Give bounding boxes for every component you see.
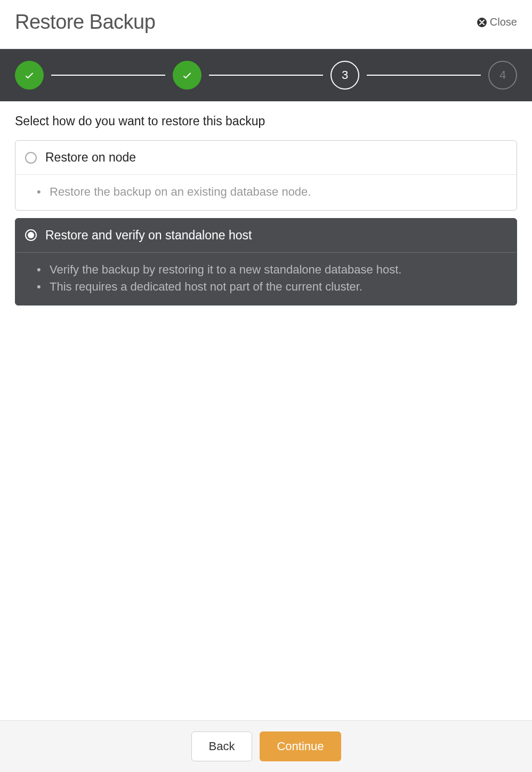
option-detail: This requires a dedicated host not part … bbox=[37, 278, 507, 295]
option-body: Verify the backup by restoring it to a n… bbox=[15, 253, 517, 305]
option-restore-on-node[interactable]: Restore on node Restore the backup on an… bbox=[15, 140, 517, 211]
option-restore-verify-standalone[interactable]: Restore and verify on standalone host Ve… bbox=[15, 218, 517, 305]
step-label: 3 bbox=[342, 68, 348, 82]
dialog-content: Select how do you want to restore this b… bbox=[0, 101, 532, 720]
page-title: Restore Backup bbox=[15, 11, 155, 34]
instruction-text: Select how do you want to restore this b… bbox=[15, 114, 517, 128]
radio-selected-icon[interactable] bbox=[25, 229, 37, 241]
check-icon bbox=[181, 69, 193, 81]
continue-button[interactable]: Continue bbox=[260, 731, 341, 761]
option-title: Restore on node bbox=[45, 150, 136, 165]
back-button[interactable]: Back bbox=[191, 731, 253, 761]
check-icon bbox=[23, 69, 35, 81]
step-connector bbox=[209, 75, 323, 76]
step-1 bbox=[15, 61, 44, 90]
step-3: 3 bbox=[331, 61, 359, 90]
radio-unselected-icon[interactable] bbox=[25, 152, 37, 164]
close-label: Close bbox=[490, 16, 517, 28]
option-header[interactable]: Restore on node bbox=[15, 141, 517, 175]
step-connector bbox=[51, 75, 165, 76]
option-detail: Restore the backup on an existing databa… bbox=[37, 183, 507, 200]
close-icon bbox=[477, 18, 487, 27]
step-2 bbox=[173, 61, 201, 90]
wizard-stepper: 3 4 bbox=[0, 49, 532, 101]
step-connector bbox=[367, 75, 481, 76]
option-title: Restore and verify on standalone host bbox=[45, 228, 252, 243]
option-detail: Verify the backup by restoring it to a n… bbox=[37, 261, 507, 278]
option-header[interactable]: Restore and verify on standalone host bbox=[15, 219, 517, 253]
step-4: 4 bbox=[488, 61, 517, 90]
close-button[interactable]: Close bbox=[477, 16, 517, 28]
dialog-header: Restore Backup Close bbox=[0, 0, 532, 49]
option-body: Restore the backup on an existing databa… bbox=[15, 175, 517, 210]
dialog-footer: Back Continue bbox=[0, 720, 532, 772]
step-label: 4 bbox=[499, 68, 506, 82]
